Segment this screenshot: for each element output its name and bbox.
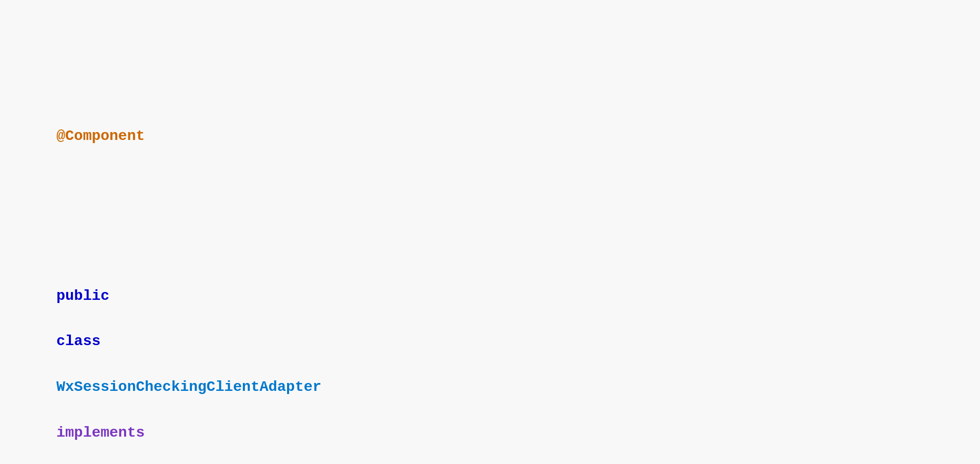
line-annotation: @Component: [16, 102, 964, 170]
keyword-implements: implements: [56, 425, 145, 441]
keyword-public: public: [56, 288, 109, 304]
annotation-component: @Component: [56, 128, 145, 144]
class-name: WxSessionCheckingClientAdapter: [56, 379, 321, 395]
code-editor: @Component public class WxSessionCheckin…: [16, 11, 964, 464]
keyword-class: class: [56, 333, 100, 349]
line-class-decl: public class WxSessionCheckingClientAdap…: [16, 261, 964, 464]
